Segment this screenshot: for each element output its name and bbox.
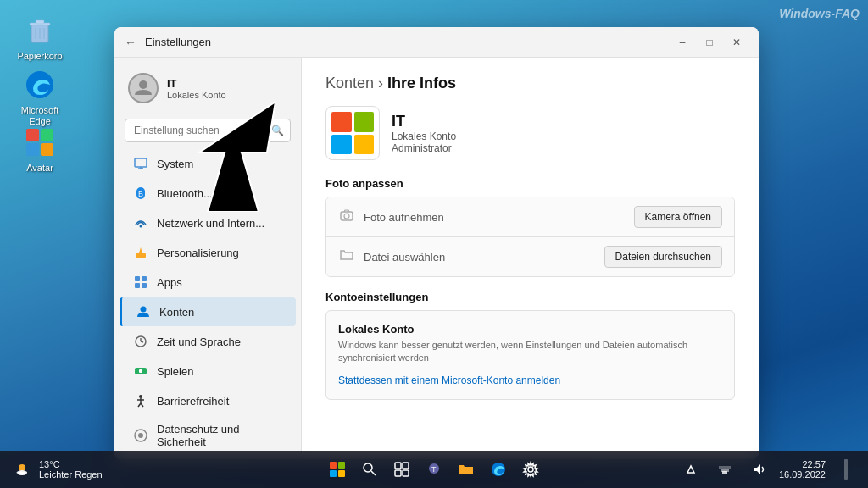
sidebar-item-netzwerk-label: Netzwerk und Intern... (157, 217, 264, 230)
sidebar-item-netzwerk[interactable]: Netzwerk und Intern... (120, 208, 296, 237)
taskbar-search-button[interactable] (356, 456, 383, 483)
foto-anpassen-label: Foto anpassen (326, 177, 735, 190)
system-icon (133, 156, 148, 171)
maximize-button[interactable]: □ (698, 32, 721, 53)
sidebar-profile-type: Lokales Konto (167, 90, 226, 100)
sidebar-item-bluetooth-label: Bluetooth... (157, 187, 213, 200)
avatar-icon (23, 125, 57, 159)
desktop-icon-avatar[interactable]: Avatar (10, 125, 70, 174)
minimize-button[interactable]: – (670, 32, 694, 53)
svg-point-23 (141, 307, 147, 313)
taskbar-clock[interactable]: 22:57 16.09.2022 (779, 459, 826, 480)
svg-marker-54 (687, 466, 694, 473)
svg-rect-47 (403, 463, 409, 469)
breadcrumb: Konten › Ihre Infos (326, 75, 735, 92)
zeit-icon (133, 334, 148, 349)
svg-point-53 (528, 467, 533, 472)
sidebar-profile[interactable]: IT Lokales Konto (114, 64, 301, 112)
svg-rect-48 (395, 470, 401, 476)
taskbar-right: 22:57 16.09.2022 (677, 456, 860, 483)
konto-desc: Windows kann besser genutzt werden, wenn… (338, 339, 722, 365)
svg-rect-42 (330, 470, 337, 477)
sidebar-item-zeit[interactable]: Zeit und Sprache (120, 327, 296, 356)
datei-auswaehlen-label: Datei auswählen (364, 251, 596, 263)
dateien-durchsuchen-button[interactable]: Dateien durchsuchen (604, 246, 722, 268)
svg-rect-10 (41, 143, 53, 156)
taskbar-settings-button[interactable] (517, 456, 544, 483)
svg-rect-43 (338, 470, 345, 477)
sidebar-item-konten[interactable]: Konten (120, 297, 296, 326)
windows-logo (331, 112, 374, 154)
taskbar-taskview-button[interactable] (388, 456, 415, 483)
taskbar-tray-arrow[interactable] (677, 456, 704, 483)
edge-label: Microsoft Edge (10, 105, 70, 127)
svg-rect-28 (139, 369, 142, 373)
sidebar-item-personalisierung[interactable]: Personalisierung (120, 238, 296, 267)
taskbar-network-icon[interactable] (711, 456, 738, 483)
settings-window: ← Einstellungen – □ ✕ IT Lokales Konto (114, 27, 759, 459)
taskbar-volume-icon[interactable] (745, 456, 772, 483)
desktop-icon-papierkorb[interactable]: Papierkorb (10, 14, 70, 62)
start-button[interactable] (324, 456, 351, 483)
svg-rect-18 (136, 253, 146, 258)
logo-quadrant-1 (331, 112, 352, 132)
microsoft-konto-link[interactable]: Stattdessen mit einem Microsoft-Konto an… (338, 374, 560, 386)
barrierefreiheit-icon (133, 393, 148, 408)
personalisierung-icon (133, 245, 148, 260)
sidebar-item-system[interactable]: System (120, 149, 296, 178)
svg-line-26 (141, 341, 143, 342)
sidebar-item-barrierefreiheit-label: Barrierefreiheit (157, 395, 229, 408)
camera-icon (338, 208, 355, 226)
taskbar-explorer-button[interactable] (453, 456, 480, 483)
search-icon: 🔍 (271, 125, 284, 136)
avatar-label: Avatar (26, 163, 53, 174)
close-button[interactable]: ✕ (725, 32, 748, 53)
taskbar-show-desktop[interactable] (832, 456, 860, 483)
window-title: Einstellungen (145, 36, 670, 48)
profile-name: IT (392, 113, 456, 130)
weather-condition: Leichter Regen (39, 469, 103, 480)
main-content: Konten › Ihre Infos IT Lokales Konto (301, 58, 759, 459)
konto-title: Lokales Konto (338, 323, 722, 336)
clock-time: 22:57 (779, 459, 826, 469)
desktop-icon-edge[interactable]: Microsoft Edge (10, 68, 70, 127)
sidebar-item-apps[interactable]: Apps (120, 268, 296, 297)
svg-line-45 (371, 471, 376, 475)
sidebar-item-spielen-label: Spielen (157, 365, 193, 378)
konto-einstellungen-label: Kontoeinstellungen (326, 291, 735, 303)
sidebar-item-datenschutz[interactable]: Datenschutz und Sicherheit (120, 416, 296, 455)
sidebar-item-apps-label: Apps (157, 276, 182, 289)
svg-line-33 (141, 403, 143, 407)
sidebar-item-spielen[interactable]: Spielen (120, 357, 296, 385)
logo-quadrant-3 (331, 135, 352, 155)
sidebar-item-bluetooth[interactable]: B Bluetooth... (120, 179, 296, 208)
svg-point-37 (344, 214, 349, 219)
sidebar-item-barrierefreiheit[interactable]: Barrierefreiheit (120, 386, 296, 415)
svg-rect-2 (36, 20, 44, 24)
profile-role: Administrator (392, 142, 456, 154)
taskbar-weather-icon (8, 456, 36, 483)
sidebar-profile-info: IT Lokales Konto (167, 77, 226, 100)
search-input[interactable] (125, 119, 291, 142)
sidebar-item-zeit-label: Zeit und Sprache (157, 336, 241, 348)
svg-marker-58 (754, 464, 760, 474)
apps-icon (133, 274, 148, 290)
spielen-icon (133, 363, 148, 379)
svg-rect-21 (135, 283, 140, 288)
photo-action-file-row: Datei auswählen Dateien durchsuchen (326, 237, 734, 276)
sidebar-profile-name: IT (167, 77, 226, 90)
taskbar-edge-button[interactable] (485, 456, 512, 483)
taskbar-left: 13°C Leichter Regen (8, 456, 109, 483)
netzwerk-icon (133, 215, 148, 230)
big-avatar (326, 106, 380, 160)
back-button[interactable]: ← (125, 36, 136, 49)
breadcrumb-parent: Konten (326, 75, 374, 92)
svg-rect-9 (26, 143, 39, 156)
svg-point-44 (364, 463, 372, 472)
datenschutz-icon (133, 428, 148, 443)
taskbar-chat-button[interactable]: T (420, 456, 448, 483)
avatar (128, 73, 159, 103)
foto-aufnehmen-label: Foto aufnehmen (364, 211, 626, 224)
kamera-oeffnen-button[interactable]: Kamera öffnen (634, 206, 723, 228)
svg-rect-12 (135, 158, 147, 167)
